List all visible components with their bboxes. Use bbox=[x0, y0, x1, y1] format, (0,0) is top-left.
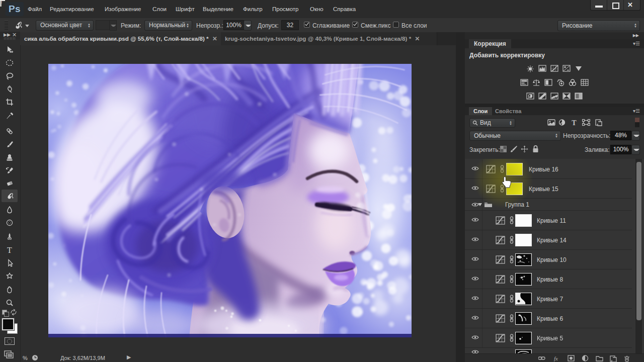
svg-text:fx: fx bbox=[554, 355, 558, 361]
svg-text:T: T bbox=[572, 119, 577, 126]
svg-text:T: T bbox=[7, 246, 12, 254]
